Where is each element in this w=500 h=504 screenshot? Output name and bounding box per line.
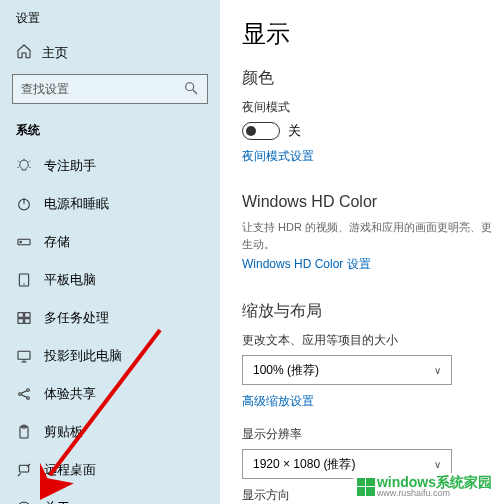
home-button[interactable]: 主页 <box>0 37 220 74</box>
svg-rect-11 <box>25 319 30 324</box>
sidebar-item-multitask[interactable]: 多任务处理 <box>0 299 220 337</box>
color-heading: 颜色 <box>242 68 492 89</box>
multitask-icon <box>16 310 32 326</box>
hd-color-link[interactable]: Windows HD Color 设置 <box>242 256 371 273</box>
search-placeholder: 查找设置 <box>21 81 69 98</box>
sidebar-item-clipboard[interactable]: 剪贴板 <box>0 413 220 451</box>
shared-icon <box>16 386 32 402</box>
watermark-main: windows系统家园 <box>377 475 492 489</box>
sidebar-item-label: 平板电脑 <box>44 271 96 289</box>
svg-line-1 <box>193 90 197 94</box>
night-mode-toggle[interactable] <box>242 122 280 140</box>
sidebar-item-remote[interactable]: 远程桌面 <box>0 451 220 489</box>
watermark-logo-icon <box>357 478 375 496</box>
svg-line-16 <box>21 391 26 394</box>
sidebar: 设置 主页 查找设置 系统 专注助手 电源和睡眠 存储 平板电脑 多任务处理 投… <box>0 0 220 504</box>
advanced-scale-link[interactable]: 高级缩放设置 <box>242 393 314 410</box>
chevron-down-icon: ∨ <box>434 365 441 376</box>
sidebar-item-storage[interactable]: 存储 <box>0 223 220 261</box>
project-icon <box>16 348 32 364</box>
main-content: 显示 颜色 夜间模式 关 夜间模式设置 Windows HD Color 让支持… <box>220 0 500 504</box>
sidebar-item-label: 投影到此电脑 <box>44 347 122 365</box>
chevron-down-icon: ∨ <box>434 459 441 470</box>
watermark: windows系统家园 www.rushaifu.com <box>353 473 496 500</box>
page-title: 显示 <box>242 18 492 50</box>
svg-rect-10 <box>18 319 23 324</box>
power-icon <box>16 196 32 212</box>
svg-point-15 <box>27 397 30 400</box>
home-icon <box>16 43 32 62</box>
sidebar-item-project[interactable]: 投影到此电脑 <box>0 337 220 375</box>
category-label: 系统 <box>0 118 220 147</box>
svg-point-14 <box>27 389 30 392</box>
scale-label: 更改文本、应用等项目的大小 <box>242 332 492 349</box>
resolution-label: 显示分辨率 <box>242 426 492 443</box>
scale-select[interactable]: 100% (推荐) ∨ <box>242 355 452 385</box>
sidebar-item-label: 专注助手 <box>44 157 96 175</box>
sidebar-item-about[interactable]: 关于 <box>0 489 220 504</box>
sidebar-item-label: 远程桌面 <box>44 461 96 479</box>
svg-point-5 <box>20 241 21 242</box>
hd-color-desc: 让支持 HDR 的视频、游戏和应用的画面更明亮、更生动。 <box>242 219 492 252</box>
sidebar-item-focus[interactable]: 专注助手 <box>0 147 220 185</box>
sidebar-item-power[interactable]: 电源和睡眠 <box>0 185 220 223</box>
svg-rect-8 <box>18 313 23 318</box>
sidebar-item-shared[interactable]: 体验共享 <box>0 375 220 413</box>
svg-point-0 <box>186 82 194 90</box>
settings-label: 设置 <box>0 6 220 37</box>
search-input[interactable]: 查找设置 <box>12 74 208 104</box>
remote-icon <box>16 462 32 478</box>
svg-point-13 <box>19 393 22 396</box>
sidebar-item-label: 电源和睡眠 <box>44 195 109 213</box>
clipboard-icon <box>16 424 32 440</box>
night-mode-label: 夜间模式 <box>242 99 492 116</box>
watermark-sub: www.rushaifu.com <box>377 489 492 498</box>
home-label: 主页 <box>42 44 68 62</box>
svg-rect-12 <box>18 351 30 359</box>
sidebar-item-label: 多任务处理 <box>44 309 109 327</box>
storage-icon <box>16 234 32 250</box>
resolution-value: 1920 × 1080 (推荐) <box>253 456 355 473</box>
hd-color-heading: Windows HD Color <box>242 193 492 211</box>
svg-line-17 <box>21 395 26 398</box>
about-icon <box>16 500 32 504</box>
focus-icon <box>16 158 32 174</box>
scale-heading: 缩放与布局 <box>242 301 492 322</box>
svg-rect-9 <box>25 313 30 318</box>
sidebar-item-label: 关于 <box>44 499 70 504</box>
sidebar-item-label: 体验共享 <box>44 385 96 403</box>
night-mode-settings-link[interactable]: 夜间模式设置 <box>242 148 314 165</box>
scale-value: 100% (推荐) <box>253 362 319 379</box>
search-icon <box>183 80 199 99</box>
sidebar-item-label: 剪贴板 <box>44 423 83 441</box>
tablet-icon <box>16 272 32 288</box>
sidebar-item-tablet[interactable]: 平板电脑 <box>0 261 220 299</box>
toggle-state: 关 <box>288 122 301 140</box>
sidebar-item-label: 存储 <box>44 233 70 251</box>
